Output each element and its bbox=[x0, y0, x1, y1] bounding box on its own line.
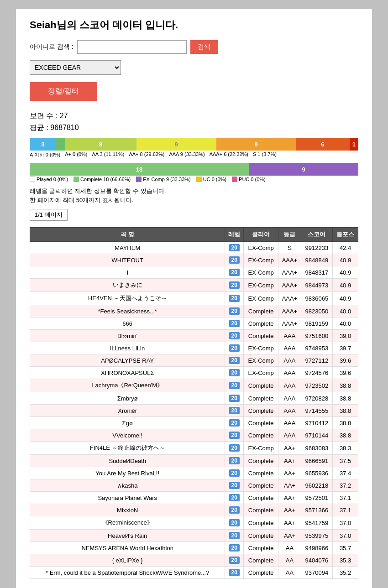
song-grade-cell: AAA+ bbox=[278, 292, 301, 305]
song-level-cell[interactable]: 20 bbox=[225, 479, 244, 492]
song-clear-cell: EX-Comp bbox=[244, 342, 278, 354]
search-row: 아이디로 검색 : 검색 bbox=[30, 40, 358, 54]
grade-label-aaa: AAA 9 (33.33%) bbox=[169, 151, 204, 158]
song-clear-cell: Complete bbox=[244, 330, 278, 342]
th-level: 레벨 bbox=[225, 228, 244, 242]
song-grade-cell: AA+ bbox=[278, 492, 301, 504]
song-volforce-cell: 39.6 bbox=[333, 354, 358, 367]
song-score-cell: 9571366 bbox=[301, 504, 332, 516]
clear-label-excomp: EX-Comp 9 (33.33%) bbox=[136, 177, 191, 182]
song-level-cell[interactable]: 20 bbox=[225, 317, 244, 330]
gear-select[interactable]: EXCEED GEAR bbox=[30, 60, 121, 75]
search-input[interactable] bbox=[77, 40, 187, 54]
song-volforce-cell: 38.8 bbox=[333, 392, 358, 405]
song-level-cell[interactable]: 20 bbox=[225, 504, 244, 516]
table-row: HE4VEN ～天国へようこそ～20EX-CompAAA+983606540.9 bbox=[30, 292, 358, 305]
grade-labels: A 이하 0 (0%) A+ 0 (0%) AA 3 (11.11%) AA+ … bbox=[30, 151, 358, 158]
song-name-cell: XHRONOXAPSULΣ bbox=[30, 367, 225, 379]
th-clear: 클리어 bbox=[244, 228, 278, 242]
grade-segment-aaaplus: 6 bbox=[296, 138, 350, 151]
grade-bar-section: 3 8 9 9 6 1 A 이하 0 (0%) A+ 0 (0%) AA 3 (… bbox=[30, 138, 358, 158]
clear-label-uc: UC 0 (0%) bbox=[196, 177, 226, 182]
song-name-cell: { eXLIPXe } bbox=[30, 554, 225, 567]
song-name-cell: Xronièr bbox=[30, 405, 225, 417]
song-level-cell[interactable]: 20 bbox=[225, 455, 244, 467]
table-row: Xronièr20CompleteAAA971455538.8 bbox=[30, 405, 358, 417]
song-grade-cell: AAA+ bbox=[278, 254, 301, 266]
song-score-cell: 9724576 bbox=[301, 367, 332, 379]
song-grade-cell: AA+ bbox=[278, 504, 301, 516]
table-row: Σgø20CompleteAAA971041238.8 bbox=[30, 417, 358, 429]
song-level-cell[interactable]: 20 bbox=[225, 467, 244, 479]
song-clear-cell: Complete bbox=[244, 467, 278, 479]
song-name-cell: HeaveИ's Rain bbox=[30, 530, 225, 542]
song-volforce-cell: 38.8 bbox=[333, 417, 358, 429]
song-level-cell[interactable]: 20 bbox=[225, 354, 244, 367]
search-label: 아이디로 검색 : bbox=[30, 43, 73, 51]
song-name-cell: いまきみに bbox=[30, 279, 225, 292]
song-clear-cell: EX-Comp bbox=[244, 242, 278, 254]
song-level-cell[interactable]: 20 bbox=[225, 242, 244, 254]
song-score-cell: 9727112 bbox=[301, 354, 332, 367]
song-level-cell[interactable]: 20 bbox=[225, 417, 244, 429]
song-clear-cell: Complete bbox=[244, 317, 278, 330]
song-name-cell: VVelcome!! bbox=[30, 429, 225, 442]
song-grade-cell: AAA bbox=[278, 354, 301, 367]
table-row: APØCALYPSE RAY20EX-CompAAA972711239.6 bbox=[30, 354, 358, 367]
song-volforce-cell: 39.7 bbox=[333, 342, 358, 354]
song-level-cell[interactable]: 20 bbox=[225, 516, 244, 530]
song-level-cell[interactable]: 20 bbox=[225, 492, 244, 504]
puc-color bbox=[232, 177, 237, 182]
song-level-cell[interactable]: 20 bbox=[225, 567, 244, 579]
song-volforce-cell: 35.3 bbox=[333, 554, 358, 567]
song-volforce-cell: 40.0 bbox=[333, 317, 358, 330]
song-volforce-cell: 40.9 bbox=[333, 266, 358, 279]
song-level-cell[interactable]: 20 bbox=[225, 330, 244, 342]
clear-label-played: Played 0 (0%) bbox=[30, 177, 68, 182]
song-level-cell[interactable]: 20 bbox=[225, 379, 244, 392]
song-level-cell[interactable]: 20 bbox=[225, 292, 244, 305]
song-level-cell[interactable]: 20 bbox=[225, 542, 244, 554]
filter-button[interactable]: 정렬/필터 bbox=[30, 82, 97, 101]
search-button[interactable]: 검색 bbox=[190, 40, 218, 54]
song-level-cell[interactable]: 20 bbox=[225, 305, 244, 317]
song-name-cell: *Feels Seasickness...* bbox=[30, 305, 225, 317]
song-level-cell[interactable]: 20 bbox=[225, 254, 244, 266]
song-volforce-cell: 37.1 bbox=[333, 504, 358, 516]
song-level-cell[interactable]: 20 bbox=[225, 429, 244, 442]
song-volforce-cell: 40.9 bbox=[333, 254, 358, 266]
song-grade-cell: AAA bbox=[278, 367, 301, 379]
song-clear-cell: Complete bbox=[244, 305, 278, 317]
song-level-cell[interactable]: 20 bbox=[225, 530, 244, 542]
song-grade-cell: AA bbox=[278, 567, 301, 579]
song-level-cell[interactable]: 20 bbox=[225, 392, 244, 405]
song-clear-cell: EX-Comp bbox=[244, 279, 278, 292]
stats-count: 보면 수 : 27 bbox=[30, 110, 358, 122]
song-clear-cell: EX-Comp bbox=[244, 266, 278, 279]
song-score-cell: 9836065 bbox=[301, 292, 332, 305]
song-level-cell[interactable]: 20 bbox=[225, 442, 244, 455]
song-name-cell: NEMSYS ARENA World Hexathlon bbox=[30, 542, 225, 554]
song-grade-cell: AA+ bbox=[278, 516, 301, 530]
song-level-cell[interactable]: 20 bbox=[225, 405, 244, 417]
song-clear-cell: Complete bbox=[244, 455, 278, 467]
song-level-cell[interactable]: 20 bbox=[225, 279, 244, 292]
song-clear-cell: Complete bbox=[244, 554, 278, 567]
table-row: *Feels Seasickness...*20CompleteAAA+9823… bbox=[30, 305, 358, 317]
song-score-cell: 9710144 bbox=[301, 429, 332, 442]
song-score-cell: 9404076 bbox=[301, 554, 332, 567]
song-level-cell[interactable]: 20 bbox=[225, 367, 244, 379]
grade-segment-a-below: 3 bbox=[30, 138, 56, 151]
song-clear-cell: Complete bbox=[244, 392, 278, 405]
song-score-cell: 9683083 bbox=[301, 442, 332, 455]
table-row: 66620CompleteAAA+981915940.0 bbox=[30, 317, 358, 330]
song-level-cell[interactable]: 20 bbox=[225, 342, 244, 354]
song-level-cell[interactable]: 20 bbox=[225, 554, 244, 567]
table-row: Sayonara Planet Wars20CompleteAA+9572501… bbox=[30, 492, 358, 504]
song-grade-cell: AA+ bbox=[278, 455, 301, 467]
song-level-cell[interactable]: 20 bbox=[225, 266, 244, 279]
song-volforce-cell: 38.8 bbox=[333, 379, 358, 392]
grade-label-aa: AA 3 (11.11%) bbox=[92, 151, 124, 158]
song-name-cell: 《Re:miniscence》 bbox=[30, 516, 225, 530]
song-score-cell: 9751600 bbox=[301, 330, 332, 342]
